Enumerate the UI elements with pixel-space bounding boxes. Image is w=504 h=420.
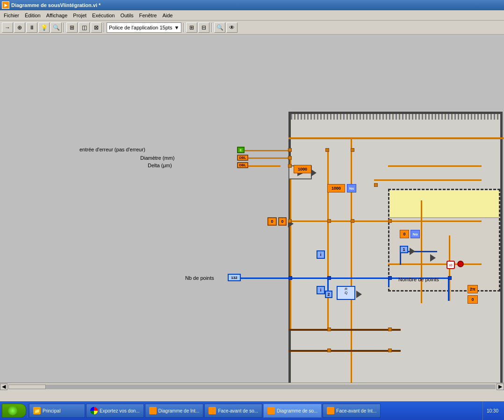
menu-projet[interactable]: Projet	[70, 12, 89, 19]
taskbar-diag-int[interactable]: Diagramme de Int...	[145, 404, 204, 418]
stop-button[interactable]: ⊕	[14, 22, 25, 33]
zoom-button[interactable]: 🔍	[214, 22, 225, 33]
wire-dark-h1	[288, 329, 401, 331]
wire-diam-h	[243, 157, 290, 159]
wire-v-orange-1	[290, 157, 291, 330]
taskbar-diag-int-label: Diagramme de Int...	[158, 408, 200, 413]
menu-execution[interactable]: Exécution	[89, 12, 117, 19]
start-orb	[8, 406, 17, 415]
taskbar-diag-so-label: Diagramme de so...	[277, 408, 317, 413]
scroll-track[interactable]	[8, 384, 496, 389]
wire-error-h	[243, 150, 290, 151]
app-icon: ▶	[2, 1, 9, 9]
taskbar-diag-so[interactable]: Diagramme de so...	[263, 404, 322, 418]
clock-time: 10:30	[487, 408, 498, 413]
taskbar-face-so[interactable]: Face-avant de so...	[204, 404, 262, 418]
red-indicator	[457, 261, 464, 267]
s0-indicator: s0	[446, 261, 455, 269]
taskbar-principal-label: Principal	[43, 408, 60, 413]
label-nb-points: Nb de points	[185, 275, 214, 281]
menu-edition[interactable]: Édition	[22, 12, 43, 19]
iter-i-1: i	[317, 250, 325, 259]
inner-yellow-area	[389, 190, 499, 218]
view-button[interactable]: 👁	[226, 22, 238, 33]
dot-dark2-mid	[327, 349, 331, 352]
toolbar-sep-3	[183, 23, 184, 32]
value-0-box: 0	[267, 217, 277, 226]
iq-block: ᵢRᵢQ	[337, 286, 355, 300]
iq-triangle	[356, 291, 362, 298]
wire-right-398	[388, 221, 482, 222]
dot-top-left	[288, 148, 292, 152]
menu-fichier[interactable]: Fichier	[1, 12, 22, 19]
label-entree-erreur: entrée d'erreur (pas d'erreur)	[79, 147, 145, 152]
dot-dark-mid	[327, 327, 331, 331]
toolbar-sep-2	[104, 23, 105, 32]
menu-affichage[interactable]: Affichage	[43, 12, 71, 19]
system-clock: 10:30	[482, 401, 502, 420]
multiply-triangle	[311, 169, 317, 177]
diagram-canvas[interactable]: entrée d'erreur (pas d'erreur) Diamètre …	[0, 35, 504, 390]
chrome-icon	[90, 407, 98, 414]
dot-dark-right	[388, 327, 392, 331]
inner-triangle-2	[430, 254, 436, 262]
dot-blue-left	[288, 276, 292, 280]
menu-fenetre[interactable]: Fenêtre	[137, 12, 160, 19]
scroll-right[interactable]: ▶	[497, 384, 504, 390]
ns-inner: Nα	[410, 230, 420, 238]
taskbar-chrome-label: Exportez vos don...	[100, 408, 140, 413]
wire-top-h	[288, 137, 504, 139]
label-delta: Delta (μm)	[148, 163, 172, 168]
wire-right-mid	[374, 179, 482, 181]
taskbar-principal[interactable]: 📁 Principal	[29, 404, 85, 418]
pause-button[interactable]: ⏸	[26, 22, 37, 33]
wire-inner-h	[388, 263, 482, 265]
step-out-button[interactable]: ⊠	[91, 22, 102, 33]
window-title: Diagramme de sousVIintégration.vi *	[11, 2, 101, 8]
step-over-button[interactable]: ◫	[79, 22, 90, 33]
label-diametre: Diamètre (mm)	[140, 155, 174, 161]
dot-1000-mid	[374, 183, 378, 187]
dot-0-mid	[327, 219, 331, 223]
highlight-button[interactable]: 💡	[38, 22, 50, 33]
value-0-box2: 0	[278, 217, 287, 226]
value-1000-input: 1000	[294, 165, 311, 173]
dot-dark2-right	[388, 349, 392, 352]
wire-mid-h1	[288, 221, 401, 222]
menu-bar: Fichier Édition Affichage Projet Exécuti…	[0, 10, 504, 21]
scroll-left[interactable]: ◀	[0, 384, 7, 390]
menu-outils[interactable]: Outils	[117, 12, 136, 19]
step-into-button[interactable]: ⊞	[66, 22, 78, 33]
toolbar: → ⊕ ⏸ 💡 🔍 ⊞ ◫ ⊠ Police de l'application …	[0, 21, 504, 35]
font-selector[interactable]: Police de l'application 15pts ▼	[107, 22, 181, 33]
menu-aide[interactable]: Aide	[159, 12, 175, 19]
ns-indicator: Ns	[347, 184, 356, 192]
align-button[interactable]: ⊞	[186, 22, 197, 33]
dot-top-right	[351, 148, 354, 152]
run-button[interactable]: →	[2, 22, 13, 33]
value-1000-output: 1000	[327, 184, 345, 192]
connector-error: E	[237, 147, 245, 153]
value-1-inner: 1	[400, 246, 408, 253]
wire-dark-h2	[288, 350, 401, 352]
distribute-button[interactable]: ⊟	[198, 22, 209, 33]
taskbar-face-int[interactable]: Face-avant de Int...	[323, 404, 381, 418]
dropdown-arrow: ▼	[174, 25, 179, 30]
value-2: 2	[325, 291, 332, 298]
dot-0-far	[388, 219, 392, 223]
scroll-thumb[interactable]	[8, 384, 46, 389]
probe-button[interactable]: 🔍	[50, 22, 62, 33]
taskbar: 📁 Principal Exportez vos don... Diagramm…	[0, 401, 504, 420]
wire-v-orange-3	[351, 137, 352, 390]
diagram-area: entrée d'erreur (pas d'erreur) Diamètre …	[0, 35, 504, 390]
dot-diam-left	[288, 156, 292, 160]
iter-i-2: i	[317, 286, 325, 294]
scrollbar-h[interactable]: ◀ ▶	[0, 383, 504, 390]
lv-icon-2	[209, 407, 216, 414]
start-button[interactable]	[2, 404, 26, 418]
dot-blue-mid	[327, 276, 331, 280]
lv-icon-4	[327, 407, 334, 414]
toolbar-sep-4	[211, 23, 212, 32]
loop-top-dots	[291, 114, 500, 120]
taskbar-chrome[interactable]: Exportez vos don...	[86, 404, 144, 418]
